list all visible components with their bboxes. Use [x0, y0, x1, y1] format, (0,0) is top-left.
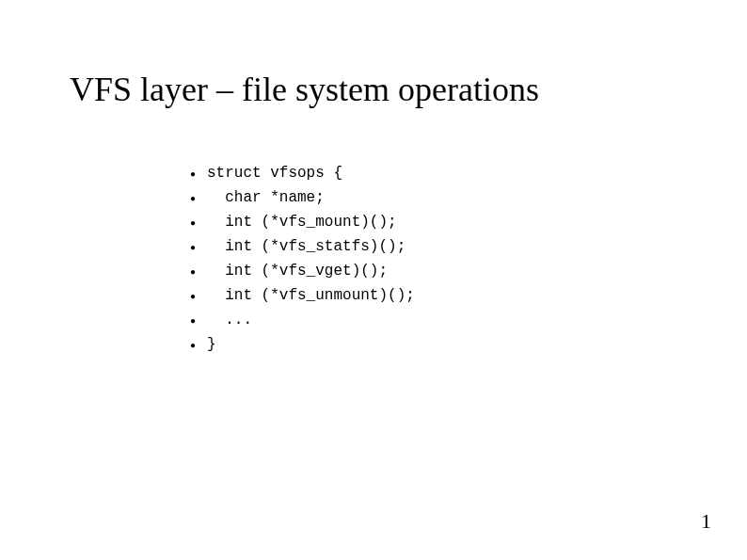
code-line: struct vfsops {: [207, 163, 342, 184]
slide: VFS layer – file system operations ● str…: [0, 0, 747, 560]
list-item: ● int (*vfs_mount)();: [190, 209, 415, 233]
code-line: char *name;: [207, 187, 325, 208]
bullet-icon: ●: [190, 209, 207, 233]
code-line: }: [207, 334, 216, 355]
list-item: ● ...: [190, 307, 415, 331]
bullet-icon: ●: [190, 282, 207, 307]
code-line: ...: [207, 310, 252, 330]
bullet-icon: ●: [190, 331, 207, 356]
bullet-icon: ●: [190, 233, 207, 258]
list-item: ● int (*vfs_unmount)();: [190, 282, 415, 307]
list-item: ● struct vfsops {: [190, 160, 415, 184]
page-number: 1: [701, 509, 711, 534]
bullet-icon: ●: [190, 160, 207, 184]
code-line: int (*vfs_statfs)();: [207, 236, 405, 257]
code-line: int (*vfs_vget)();: [207, 261, 388, 281]
code-line: int (*vfs_unmount)();: [207, 285, 415, 306]
bullet-icon: ●: [190, 258, 207, 282]
bullet-icon: ●: [190, 307, 207, 331]
list-item: ● }: [190, 331, 415, 356]
list-item: ● int (*vfs_vget)();: [190, 258, 415, 282]
code-line: int (*vfs_mount)();: [207, 212, 397, 232]
list-item: ● int (*vfs_statfs)();: [190, 233, 415, 258]
slide-title: VFS layer – file system operations: [70, 70, 539, 109]
list-item: ● char *name;: [190, 184, 415, 209]
bullet-icon: ●: [190, 184, 207, 209]
code-block: ● struct vfsops { ● char *name; ● int (*…: [190, 160, 415, 356]
